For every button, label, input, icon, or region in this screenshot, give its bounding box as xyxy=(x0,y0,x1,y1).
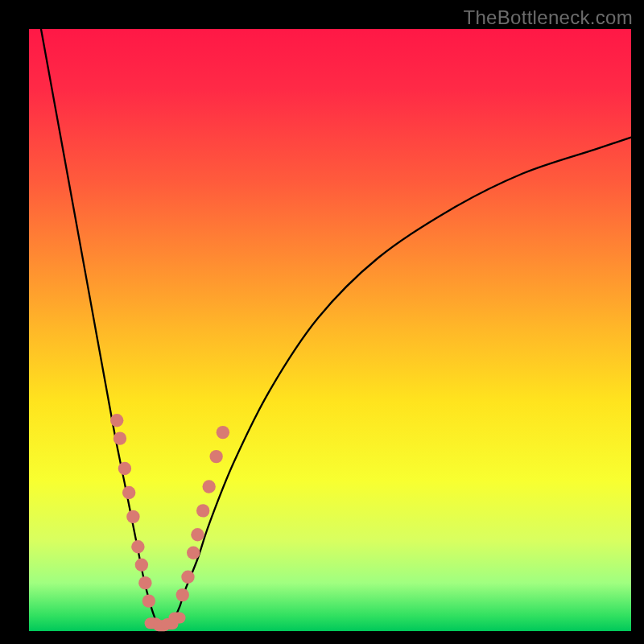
marker-dot xyxy=(135,559,148,572)
marker-dot xyxy=(181,570,194,583)
chart-frame: TheBottleneck.com xyxy=(0,0,644,644)
marker-dot xyxy=(202,480,215,493)
plot-area xyxy=(29,29,631,631)
marker-dot xyxy=(217,426,229,439)
marker-dot xyxy=(142,594,155,607)
marker-dot xyxy=(209,450,222,463)
marker-dot xyxy=(114,431,126,444)
marker-dot xyxy=(118,462,131,475)
marker-dot xyxy=(176,588,189,601)
marker-dot xyxy=(191,528,204,541)
marker-dot xyxy=(196,504,209,517)
markers-floor xyxy=(145,613,186,632)
markers-right-arm xyxy=(176,426,230,601)
watermark-text: TheBottleneck.com xyxy=(463,6,633,29)
marker-dot xyxy=(138,576,151,589)
marker-dot xyxy=(131,540,144,553)
marker-dot xyxy=(110,414,123,427)
marker-pill xyxy=(169,613,186,624)
curve-layer xyxy=(29,29,631,631)
marker-dot xyxy=(126,510,139,523)
marker-dot xyxy=(122,486,135,499)
bottleneck-curve xyxy=(41,29,631,625)
markers-left-arm xyxy=(110,414,155,608)
marker-dot xyxy=(187,547,200,559)
